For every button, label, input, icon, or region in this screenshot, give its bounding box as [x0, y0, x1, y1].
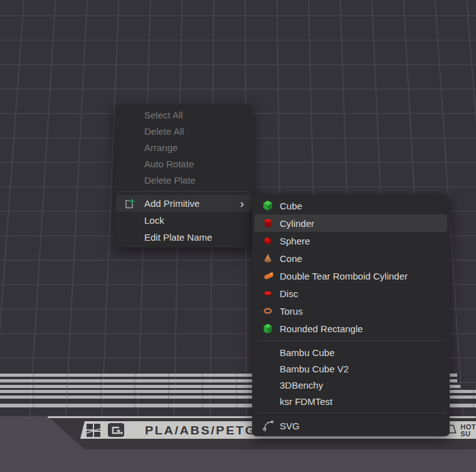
- bambu-logo-icon: [86, 423, 102, 438]
- submenu-item-torus[interactable]: Torus: [252, 302, 450, 320]
- submenu-separator: [257, 412, 445, 413]
- rounded-rectangle-icon: [262, 323, 273, 334]
- submenu-item-svg[interactable]: SVG: [252, 416, 450, 435]
- torus-icon: [262, 305, 273, 317]
- 3d-viewport[interactable]: PLA/ABS/PETG HOT SU Select All Delete Al…: [0, 0, 476, 472]
- cone-icon: [262, 253, 273, 264]
- plate-corner-text: HOT SU: [460, 424, 476, 437]
- menu-item-delete-plate[interactable]: Delete Plate: [115, 172, 253, 188]
- submenu-item-ksr-fdmtest[interactable]: ksr FDMTest: [252, 393, 450, 409]
- submenu-item-rounded-rectangle[interactable]: Rounded Rectangle: [252, 320, 450, 337]
- cylinder-icon: [262, 218, 273, 229]
- bezier-curve-icon: [262, 419, 275, 432]
- submenu-item-3dbenchy[interactable]: 3DBenchy: [252, 377, 450, 393]
- submenu-separator: [257, 340, 445, 341]
- submenu-item-cylinder[interactable]: Cylinder: [255, 214, 447, 232]
- menu-separator: [119, 191, 248, 192]
- printer-series-logo-icon: [107, 422, 125, 438]
- romboid-cylinder-icon: [262, 270, 275, 281]
- add-primitive-icon: [124, 197, 135, 209]
- menu-item-auto-rotate[interactable]: Auto Rotate: [115, 155, 253, 172]
- menu-item-edit-plate-name[interactable]: Edit Plate Name: [115, 229, 253, 246]
- disc-icon: [262, 288, 273, 299]
- context-menu: Select All Delete All Arrange Auto Rotat…: [115, 104, 253, 248]
- plate-material-label: PLA/ABS/PETG: [145, 423, 257, 437]
- submenu-item-bambu-cube[interactable]: Bambu Cube: [252, 344, 450, 360]
- submenu-item-disc[interactable]: Disc: [252, 285, 450, 302]
- menu-item-delete-all[interactable]: Delete All: [115, 123, 253, 139]
- submenu-item-cone[interactable]: Cone: [252, 249, 450, 267]
- add-primitive-submenu: Cube Cylinder Sphere Cone Double Tear Ro…: [252, 194, 450, 436]
- menu-item-lock[interactable]: Lock: [115, 212, 253, 229]
- submenu-item-bambu-cube-v2[interactable]: Bambu Cube V2: [252, 360, 450, 377]
- menu-item-add-primitive[interactable]: Add Primitive ›: [116, 195, 251, 212]
- submenu-item-cube[interactable]: Cube: [252, 197, 450, 214]
- menu-item-arrange[interactable]: Arrange: [115, 139, 253, 155]
- menu-item-select-all[interactable]: Select All: [115, 107, 253, 123]
- cube-icon: [262, 200, 273, 211]
- submenu-item-sphere[interactable]: Sphere: [252, 232, 450, 249]
- sphere-icon: [262, 235, 273, 246]
- chevron-right-icon: ›: [240, 197, 244, 209]
- submenu-item-double-tear-romboid-cylinder[interactable]: Double Tear Romboid Cylinder: [252, 267, 450, 285]
